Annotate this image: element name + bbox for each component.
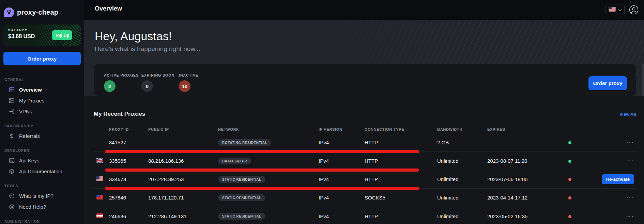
view-all-link[interactable]: View All — [619, 112, 636, 117]
stat-value-circle: 0 — [141, 80, 153, 92]
table-header-row: PROXY IDPUBLIC IPNETWORKIP VERSIONCONNEC… — [94, 125, 636, 133]
sidebar-item-api-keys[interactable]: Api Keys — [0, 155, 84, 166]
sidebar-item-my-proxies[interactable]: My Proxies — [0, 95, 84, 106]
sidebar-item-overview[interactable]: Overview — [0, 84, 84, 95]
dollar-icon — [9, 133, 15, 139]
network-cell: STATIC RESIDENTIAL — [218, 194, 319, 201]
proxy-id-cell: 246636 — [109, 213, 148, 219]
connection-type-cell: HTTP — [365, 140, 437, 145]
reactivate-button[interactable]: Re-activate — [602, 174, 634, 184]
actions-cell: ··· — [594, 215, 636, 218]
public-ip-cell: 178.171.120.71 — [148, 195, 218, 201]
stat-label: ACTIVE PROXIES — [104, 73, 141, 77]
actions-cell: ··· — [594, 159, 636, 162]
connection-type-cell: HTTP — [365, 176, 437, 182]
nav-section-label: ADMINISTRATION — [0, 220, 84, 223]
table-row[interactable]: 341527 ROTATING RESIDENTIAL IPv4 HTTP 2 … — [94, 133, 636, 152]
stat-value-circle: 10 — [179, 80, 190, 92]
table-row[interactable]: 257846 178.171.120.71 STATIC RESIDENTIAL… — [94, 189, 636, 207]
ip-version-cell: IPv4 — [319, 176, 365, 182]
user-avatar-button[interactable] — [629, 5, 639, 15]
help-icon — [9, 204, 15, 210]
balance-amount: $3.68 USD — [8, 33, 35, 39]
public-ip-cell: 88.216.186.136 — [148, 158, 218, 164]
network-cell: DATACENTER — [218, 158, 319, 164]
bandwidth-cell: Unlimited — [437, 176, 487, 182]
recent-proxies-title: My Recent Proxies — [94, 111, 145, 117]
sidebar-item-need-help[interactable]: Need Help? — [0, 201, 84, 212]
row-menu-icon[interactable]: ··· — [626, 141, 634, 144]
network-badge: STATIC RESIDENTIAL — [218, 176, 265, 183]
table-row[interactable]: 334673 207.228.39.253 STATIC RESIDENTIAL… — [94, 170, 636, 189]
column-header: BANDWIDTH — [437, 127, 487, 131]
row-menu-icon[interactable]: ··· — [626, 159, 634, 162]
target-icon — [9, 193, 15, 199]
actions-cell: ··· — [594, 196, 636, 199]
status-dot-inactive — [568, 215, 571, 218]
connection-type-cell: HTTP — [365, 213, 437, 219]
ip-version-cell: IPv4 — [319, 140, 365, 145]
column-header: PUBLIC IP — [148, 127, 218, 131]
country-flag-cell — [94, 213, 109, 219]
network-cell: STATIC RESIDENTIAL — [218, 213, 319, 220]
expiry-progress-bar — [105, 169, 419, 172]
app-window: proxy-cheap BALANCE $3.68 USD Top Up Ord… — [0, 0, 644, 224]
scrollbar-thumb[interactable] — [642, 64, 644, 96]
sidebar: proxy-cheap BALANCE $3.68 USD Top Up Ord… — [0, 0, 84, 224]
country-flag-cell — [94, 195, 109, 201]
sidebar-item-what-is-my-ip[interactable]: What is my IP? — [0, 190, 84, 201]
order-proxy-button-card[interactable]: Order proxy — [588, 76, 627, 90]
sidebar-item-label: VPNs — [19, 109, 32, 114]
nav-section-label: PARTNERSHIP — [0, 124, 84, 128]
expiry-progress-bar — [105, 150, 419, 153]
proxy-cheap-logo-icon — [4, 7, 14, 17]
chevron-down-icon — [618, 7, 622, 13]
page-title: Overview — [95, 5, 122, 12]
stat-label: INACTIVE — [179, 73, 216, 77]
public-ip-cell: 212.236.149.131 — [148, 213, 218, 219]
status-cell — [568, 158, 594, 164]
terminal-icon — [9, 158, 15, 163]
sidebar-item-api-documentation[interactable]: Api Documentation — [0, 166, 84, 177]
sidebar-item-label: Need Help? — [19, 204, 46, 210]
country-flag-cell — [94, 176, 109, 182]
sidebar-item-referrals[interactable]: Referrals — [0, 130, 84, 141]
network-badge: STATIC RESIDENTIAL — [218, 213, 265, 220]
greeting-subtitle: Here's what is happening right now... — [95, 45, 200, 53]
grid-icon — [9, 87, 15, 93]
status-cell — [568, 195, 594, 201]
sidebar-item-vpns[interactable]: VPNs — [0, 106, 84, 117]
bandwidth-cell: Unlimited — [437, 213, 487, 219]
network-cell: STATIC RESIDENTIAL — [218, 176, 319, 183]
us-flag-icon — [96, 176, 103, 182]
status-cell — [568, 176, 594, 182]
sidebar-item-label: Overview — [19, 87, 42, 93]
status-dot-inactive — [568, 178, 571, 181]
balance-card: BALANCE $3.68 USD Top Up — [3, 25, 81, 46]
ip-version-cell: IPv4 — [319, 158, 365, 164]
topbar: Overview — [84, 0, 644, 20]
stats-card: ACTIVE PROXIES2EXPIRING SOON0INACTIVE10 … — [94, 64, 636, 96]
proxy-id-cell: 335065 — [109, 158, 148, 164]
brand-name: proxy-cheap — [17, 9, 58, 16]
actions-cell: Re-activate — [594, 174, 636, 184]
tw-flag-icon — [96, 195, 103, 201]
balance-label: BALANCE — [8, 28, 27, 32]
row-menu-icon[interactable]: ··· — [626, 196, 634, 199]
language-selector[interactable] — [605, 4, 625, 15]
top-up-button[interactable]: Top Up — [52, 30, 72, 40]
actions-cell: ··· — [594, 141, 636, 144]
table-row[interactable]: 246636 212.236.149.131 STATIC RESIDENTIA… — [94, 207, 636, 224]
row-menu-icon[interactable]: ··· — [626, 215, 634, 218]
nav-section-label: DEVELOPER — [0, 149, 84, 153]
bandwidth-cell: 2 GB — [437, 140, 487, 145]
order-proxy-button-sidebar[interactable]: Order proxy — [3, 52, 81, 65]
status-cell — [568, 213, 594, 219]
stat-label: EXPIRING SOON — [141, 73, 179, 77]
table-body: 341527 ROTATING RESIDENTIAL IPv4 HTTP 2 … — [94, 133, 636, 224]
network-badge: DATACENTER — [218, 158, 251, 164]
sidebar-item-label: What is my IP? — [19, 193, 53, 199]
stats-groups: ACTIVE PROXIES2EXPIRING SOON0INACTIVE10 — [104, 64, 216, 96]
table-row[interactable]: 335065 88.216.186.136 DATACENTER IPv4 HT… — [94, 152, 636, 170]
sidebar-nav: GENERALOverviewMy ProxiesVPNsPARTNERSHIP… — [0, 78, 84, 224]
